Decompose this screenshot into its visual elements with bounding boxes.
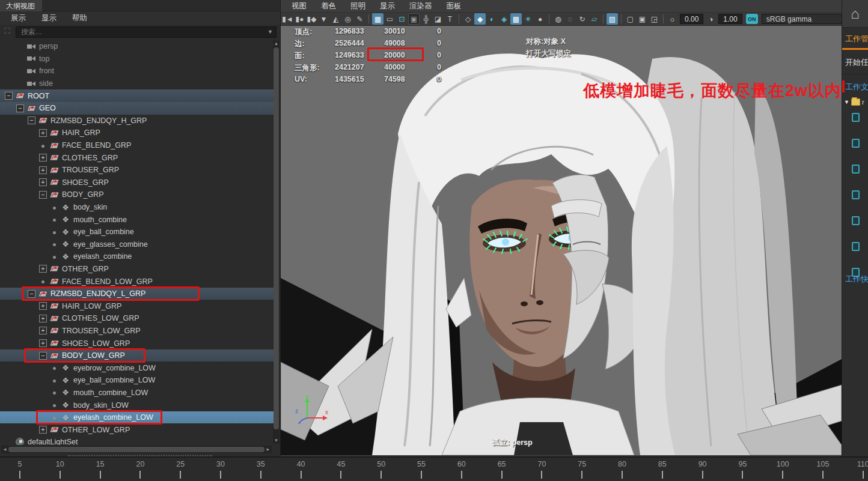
outliner-row[interactable]: FACE_BLEND_LOW_GRP xyxy=(0,275,274,288)
shadows-icon[interactable]: ● xyxy=(534,13,546,25)
scroll-left-icon[interactable]: ◄ xyxy=(1,447,8,452)
outliner-row[interactable]: ❖mouth_combine_LOW xyxy=(0,387,274,399)
viewport-menu-3[interactable]: 显示 xyxy=(380,1,395,11)
chevron-down-icon[interactable]: ▼ xyxy=(267,29,273,35)
use-default-material-icon[interactable]: ▩ xyxy=(510,13,522,25)
expander-icon[interactable]: + xyxy=(39,302,47,310)
outliner-row[interactable]: top xyxy=(0,53,274,65)
outliner-row[interactable]: ❖eyelash_combine_LOW xyxy=(0,411,274,424)
wireframe-on-shaded-icon[interactable]: ◈ xyxy=(498,13,510,25)
bookmark-icon[interactable]: ▼ xyxy=(318,13,329,25)
outliner-row[interactable]: persp xyxy=(0,40,274,53)
expander-icon[interactable]: + xyxy=(39,154,47,162)
expander-icon[interactable]: + xyxy=(39,327,47,334)
outliner-row[interactable]: +HAIR_LOW_GRP xyxy=(0,300,274,312)
file-item-icon[interactable] xyxy=(852,113,860,122)
outliner-row[interactable]: +OTHER_GRP xyxy=(0,263,274,276)
tab-work-manager[interactable]: 工作管 xyxy=(842,28,868,50)
lock-camera-icon[interactable]: ▮● xyxy=(294,13,305,25)
outliner-row[interactable]: +SHOES_GRP xyxy=(0,177,274,189)
folder-row[interactable]: ▼ r xyxy=(842,96,868,108)
motion-blur-icon[interactable]: ◌ xyxy=(564,13,576,25)
smooth-shade-icon[interactable]: ◆ xyxy=(474,13,486,25)
expander-icon[interactable]: − xyxy=(39,191,47,199)
outliner-row[interactable]: ❖body_skin xyxy=(0,201,274,214)
outliner-row[interactable]: −ROOT xyxy=(0,89,274,102)
outliner-row[interactable]: +OTHER_LOW_GRP xyxy=(0,423,274,436)
expander-icon[interactable]: − xyxy=(28,116,35,124)
outliner-row[interactable]: FACE_BLEND_GRP xyxy=(0,139,274,152)
grid-icon[interactable]: ▦ xyxy=(372,13,384,25)
outliner-menu-1[interactable]: 显示 xyxy=(41,13,57,23)
outliner-row[interactable]: side xyxy=(0,77,274,90)
file-item-icon[interactable] xyxy=(852,190,860,199)
work-files-link[interactable]: 工作文 xyxy=(842,74,868,96)
outliner-row[interactable]: +SHOES_LOW_GRP xyxy=(0,337,274,349)
view-transform-field[interactable]: sRGB gamma xyxy=(762,14,853,24)
outliner-row[interactable]: −BODY_LOW_GRP xyxy=(0,349,274,362)
start-task-item[interactable]: 开始任 xyxy=(842,50,868,74)
vertical-scrollbar[interactable]: ▲ ▼ xyxy=(273,40,280,444)
viewport-menu-5[interactable]: 面板 xyxy=(447,1,462,11)
expander-icon[interactable]: + xyxy=(39,339,47,347)
outliner-tab[interactable]: 大纲视图 xyxy=(0,0,42,11)
select-camera-icon[interactable]: ▮◄ xyxy=(282,13,293,25)
viewport-canvas[interactable]: 顶点:1296833300100边:2526444490080面:1249633… xyxy=(281,26,842,455)
outliner-menu-2[interactable]: 帮助 xyxy=(72,13,87,23)
outliner-row[interactable]: ❖eye_glasses_combine xyxy=(0,238,274,251)
ambient-occlusion-icon[interactable]: ◍ xyxy=(552,13,564,25)
contrast-icon[interactable]: ◑ xyxy=(705,13,717,25)
field-chart-icon[interactable]: ╬ xyxy=(420,13,432,25)
contrast-field[interactable]: 1.00 xyxy=(718,14,742,24)
textured-icon[interactable]: ◐ xyxy=(486,13,498,25)
exposure-field[interactable]: 0.00 xyxy=(680,14,703,24)
outliner-row[interactable]: +TROUSER_GRP xyxy=(0,164,274,177)
file-item-icon[interactable] xyxy=(852,165,860,174)
outliner-row[interactable]: ❖mouth_combine xyxy=(0,213,274,226)
viewport-menu-2[interactable]: 照明 xyxy=(350,1,365,11)
outliner-row[interactable]: ❖body_skin_LOW xyxy=(0,399,274,411)
scroll-down-icon[interactable]: ▼ xyxy=(273,437,280,444)
scroll-right-icon[interactable]: ► xyxy=(264,447,272,452)
isolate-add-icon[interactable]: ▣ xyxy=(637,13,648,25)
file-item-icon[interactable] xyxy=(852,139,860,148)
viewport-menu-4[interactable]: 渲染器 xyxy=(409,1,432,11)
outliner-row[interactable]: −BODY_GRP xyxy=(0,189,274,201)
outliner-menu-0[interactable]: 展示 xyxy=(11,13,26,23)
exposure-icon[interactable]: ☼ xyxy=(667,13,678,25)
outliner-row[interactable]: ❖eye_ball_combine_LOW xyxy=(0,374,274,387)
expander-icon[interactable]: + xyxy=(39,426,47,434)
film-gate-icon[interactable]: ▭ xyxy=(384,13,396,25)
camera-attributes-icon[interactable]: ▮◆ xyxy=(306,13,317,25)
outliner-row[interactable]: +CLOTHES_LOW_GRP xyxy=(0,312,274,325)
viewport-menu-1[interactable]: 着色 xyxy=(321,1,336,11)
outliner-row[interactable]: +HAIR_GRP xyxy=(0,127,274,139)
expander-icon[interactable]: − xyxy=(5,92,13,100)
expander-icon[interactable]: − xyxy=(39,352,47,360)
scrollbar-thumb[interactable] xyxy=(274,47,279,429)
color-management-toggle[interactable]: ON xyxy=(746,14,758,24)
outliner-row[interactable]: −RZMSBD_ENJDQY_H_GRP xyxy=(0,115,274,127)
outliner-row[interactable]: ❖eyelash_combine xyxy=(0,250,274,263)
clip-select-icon[interactable]: ▧ xyxy=(607,13,618,25)
zoom-region-icon[interactable]: ◲ xyxy=(649,13,660,25)
filter-icon[interactable]: ⛶ xyxy=(1,26,13,37)
isolate-select-icon[interactable]: ▢ xyxy=(625,13,636,25)
gate-mask-icon[interactable]: ▣ xyxy=(408,13,420,25)
outliner-row[interactable]: front xyxy=(0,65,274,77)
resolution-gate-icon[interactable]: ⊡ xyxy=(396,13,408,25)
expander-icon[interactable]: − xyxy=(28,290,35,298)
outliner-row[interactable]: defaultLightSet xyxy=(0,436,274,445)
outliner-row[interactable]: ❖eyebrow_combine_LOW xyxy=(0,362,274,374)
file-item-icon[interactable] xyxy=(852,216,860,225)
outliner-row[interactable]: +TROUSER_LOW_GRP xyxy=(0,325,274,337)
expander-icon[interactable]: − xyxy=(16,104,24,112)
horizontal-scrollbar[interactable]: ◄ ► xyxy=(1,446,272,453)
pan-zoom-icon[interactable]: ◎ xyxy=(342,13,353,25)
layers-icon[interactable]: ▱ xyxy=(588,13,600,25)
search-input[interactable] xyxy=(16,26,277,38)
file-item-icon[interactable] xyxy=(852,242,860,251)
safe-action-icon[interactable]: ◪ xyxy=(432,13,444,25)
safe-title-icon[interactable]: T xyxy=(444,13,456,25)
expander-icon[interactable]: + xyxy=(39,315,47,322)
